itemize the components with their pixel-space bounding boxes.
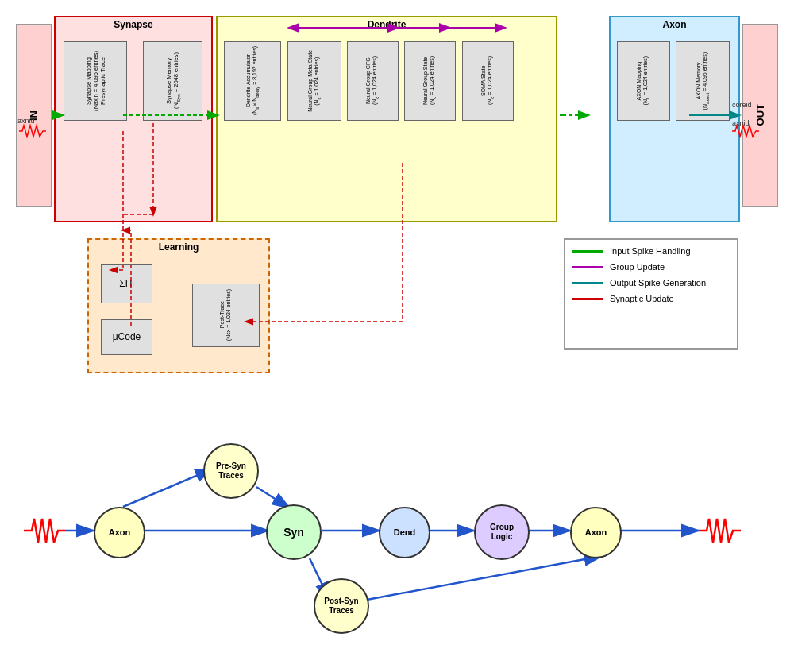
sum-pi-block: ΣΠi bbox=[101, 264, 152, 303]
legend-label-synaptic: Synaptic Update bbox=[610, 294, 674, 303]
soma-state-block: SOMA State(Nc = 1,024 entries) bbox=[462, 41, 514, 121]
node-pre-syn-traces: Pre-SynTraces bbox=[203, 443, 259, 499]
post-trace-block: Post-Trace(Ncx = 1,024 entries) bbox=[192, 284, 260, 347]
legend-synaptic: Synaptic Update bbox=[572, 294, 730, 303]
section-axon: Axon AXON Mapping(NL = 1,024 entries) AX… bbox=[609, 16, 740, 222]
legend-line-teal bbox=[572, 282, 603, 284]
legend-line-purple bbox=[572, 266, 603, 268]
node-axon-right: Axon bbox=[570, 507, 622, 558]
node-pre-syn-traces-label: Pre-SynTraces bbox=[216, 462, 246, 481]
node-dend: Dend bbox=[379, 507, 430, 558]
synapse-mapping-block: Synapse Mapping(Naxin = 4,096 entries)Pr… bbox=[64, 41, 127, 121]
synapse-memory-block: Synapse Memory(NSyn = 2048 entries) bbox=[143, 41, 202, 121]
dendrite-title: Dendrite bbox=[218, 17, 556, 32]
in-label: IN bbox=[28, 110, 40, 121]
node-dend-label: Dend bbox=[394, 527, 416, 538]
legend-label-input: Input Spike Handling bbox=[610, 246, 691, 256]
legend-box: Input Spike Handling Group Update Output… bbox=[564, 238, 738, 350]
legend-label-output: Output Spike Generation bbox=[610, 278, 706, 288]
node-axon-left-label: Axon bbox=[109, 527, 131, 538]
node-syn-label: Syn bbox=[283, 526, 304, 539]
neural-group-state-block: Neural Group State(Nc = 1,024 entries) bbox=[404, 41, 456, 121]
legend-output-spike: Output Spike Generation bbox=[572, 278, 730, 288]
section-learning: Learning ΣΠi μCode Post-Trace(Ncx = 1,02… bbox=[87, 238, 270, 373]
node-group-logic-label: GroupLogic bbox=[490, 523, 514, 542]
legend-line-green bbox=[572, 250, 603, 253]
node-axon-left: Axon bbox=[94, 507, 145, 558]
node-post-syn-traces: Post-SynTraces bbox=[314, 578, 369, 634]
dendrite-accumulator-block: Dendrite Accumulator(Ns×Ndelay = 8,192 e… bbox=[224, 41, 281, 121]
section-dendrite: Dendrite Dendrite Accumulator(Ns×Ndelay … bbox=[216, 16, 557, 222]
section-in: IN bbox=[16, 24, 52, 207]
axon-mapping-block: AXON Mapping(NL = 1,024 entries) bbox=[617, 41, 670, 121]
learning-title: Learning bbox=[89, 240, 268, 254]
neural-group-cfg-block: Neural Group CFG(Nc = 1,024 entries) bbox=[347, 41, 399, 121]
top-diagram: IN OUT Synapse Synapse Mapping(Naxin = 4… bbox=[8, 8, 786, 397]
legend-group-update: Group Update bbox=[572, 262, 730, 272]
svg-line-30 bbox=[367, 556, 602, 600]
svg-line-27 bbox=[123, 469, 213, 507]
node-group-logic: GroupLogic bbox=[474, 504, 530, 560]
node-axon-right-label: Axon bbox=[585, 527, 607, 538]
out-label: OUT bbox=[754, 104, 766, 126]
axon-memory-block: AXON Memory(Naxout = 4,096 entries) bbox=[676, 41, 730, 121]
ucode-block: μCode bbox=[101, 319, 152, 355]
legend-label-group: Group Update bbox=[610, 262, 665, 272]
section-out: OUT bbox=[742, 24, 778, 207]
bottom-diagram: Axon Pre-SynTraces Syn Dend GroupLogic A… bbox=[0, 405, 794, 672]
node-syn: Syn bbox=[266, 504, 322, 560]
legend-line-red bbox=[572, 298, 603, 300]
legend-input-spike: Input Spike Handling bbox=[572, 246, 730, 256]
synapse-title: Synapse bbox=[56, 17, 211, 32]
neural-group-meta-block: Neural Group Meta State(Nc = 1,024 entri… bbox=[287, 41, 341, 121]
node-post-syn-traces-label: Post-SynTraces bbox=[324, 597, 358, 616]
section-synapse: Synapse Synapse Mapping(Naxin = 4,096 en… bbox=[54, 16, 213, 222]
axon-title: Axon bbox=[611, 17, 738, 32]
